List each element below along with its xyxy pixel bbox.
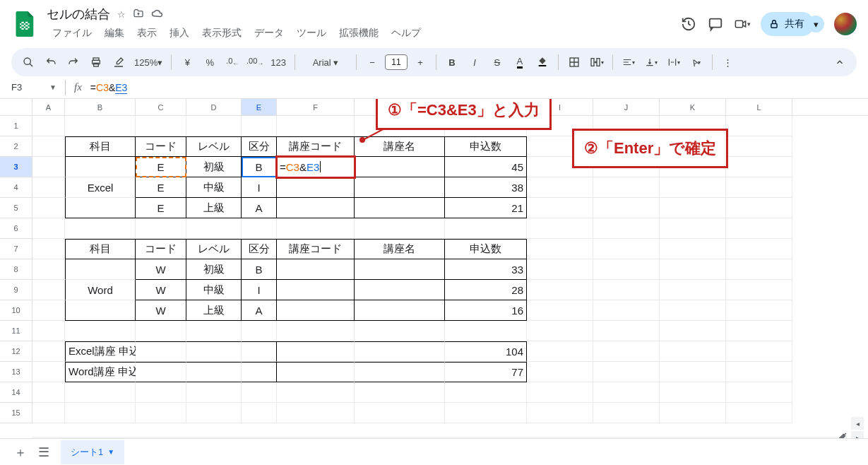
font-size-increase[interactable]: + [410, 52, 430, 72]
menu-データ[interactable]: データ [249, 24, 290, 42]
row-header-14[interactable]: 14 [0, 382, 32, 403]
rotate-button[interactable]: A▾ [686, 52, 706, 72]
cell-D2[interactable]: レベル [186, 136, 242, 157]
col-header-K[interactable]: K [660, 99, 726, 115]
cell-C12[interactable] [136, 341, 186, 362]
cell-E7[interactable]: 区分 [242, 239, 277, 259]
cell-L6[interactable] [726, 218, 792, 239]
cell-D1[interactable] [186, 116, 242, 136]
cell-J11[interactable] [593, 321, 660, 341]
h-align-button[interactable]: ▾ [619, 52, 638, 72]
cell-H9[interactable]: 28 [445, 280, 527, 300]
cell-F5[interactable] [277, 198, 355, 218]
cell-A9[interactable] [32, 280, 65, 300]
cell-F12[interactable] [277, 341, 355, 362]
cell-A10[interactable] [32, 300, 65, 321]
account-avatar[interactable] [834, 13, 857, 35]
wrap-button[interactable]: ▾ [664, 52, 684, 72]
print-icon[interactable] [86, 52, 106, 72]
cell-L9[interactable] [726, 280, 792, 300]
col-header-E[interactable]: E [242, 99, 277, 115]
strikethrough-button[interactable]: S [487, 52, 507, 72]
format-select[interactable]: 123 [268, 52, 289, 72]
move-icon[interactable] [133, 8, 144, 21]
cell-J4[interactable] [593, 177, 660, 198]
cell-B6[interactable] [65, 218, 136, 239]
cell-I12[interactable] [527, 341, 593, 362]
cell-L3[interactable] [726, 157, 792, 177]
font-size-input[interactable]: 11 [385, 54, 408, 70]
cell-A15[interactable] [32, 403, 65, 423]
cloud-icon[interactable] [151, 8, 164, 20]
cell-J14[interactable] [593, 382, 660, 403]
cell-K11[interactable] [660, 321, 726, 341]
cell-I6[interactable] [527, 218, 593, 239]
cell-B2[interactable]: 科目 [65, 136, 136, 157]
bold-button[interactable]: B [442, 52, 462, 72]
cell-L12[interactable] [726, 341, 792, 362]
cell-G14[interactable] [355, 382, 445, 403]
cell-F8[interactable] [277, 259, 355, 280]
row-header-13[interactable]: 13 [0, 362, 32, 382]
cell-J10[interactable] [593, 300, 660, 321]
cell-D4[interactable]: 中級 [186, 177, 242, 198]
cell-A7[interactable] [32, 239, 65, 259]
more-tools-icon[interactable]: ⋮ [718, 52, 738, 72]
cell-A8[interactable] [32, 259, 65, 280]
cell-C7[interactable]: コード [136, 239, 186, 259]
cell-H3[interactable]: 45 [445, 157, 527, 177]
cell-E4[interactable]: I [242, 177, 277, 198]
cell-K6[interactable] [660, 218, 726, 239]
cell-E1[interactable] [242, 116, 277, 136]
cell-G6[interactable] [355, 218, 445, 239]
cell-G9[interactable] [355, 280, 445, 300]
cell-L11[interactable] [726, 321, 792, 341]
cell-C1[interactable] [136, 116, 186, 136]
cell-G15[interactable] [355, 403, 445, 423]
cell-D5[interactable]: 上級 [186, 198, 242, 218]
row-header-9[interactable]: 9 [0, 280, 32, 300]
cell-D14[interactable] [186, 382, 242, 403]
cell-G10[interactable] [355, 300, 445, 321]
cell-H4[interactable]: 38 [445, 177, 527, 198]
cell-L7[interactable] [726, 239, 792, 259]
cell-A6[interactable] [32, 218, 65, 239]
cell-D13[interactable] [186, 362, 242, 382]
row-header-15[interactable]: 15 [0, 403, 32, 423]
cell-C4[interactable]: E [136, 177, 186, 198]
cell-L4[interactable] [726, 177, 792, 198]
cell-G12[interactable] [355, 341, 445, 362]
collapse-toolbar-icon[interactable] [830, 52, 850, 72]
cell-F10[interactable] [277, 300, 355, 321]
cell-I14[interactable] [527, 382, 593, 403]
cell-H2[interactable]: 申込数 [445, 136, 527, 157]
font-select[interactable]: Arial ▾ [301, 52, 350, 72]
cell-E14[interactable] [242, 382, 277, 403]
col-header-B[interactable]: B [65, 99, 136, 115]
cell-D12[interactable] [186, 341, 242, 362]
sheets-logo-icon[interactable] [11, 10, 40, 38]
cell-K13[interactable] [660, 362, 726, 382]
add-sheet-icon[interactable]: ＋ [14, 444, 27, 461]
sheet-tab[interactable]: シート1▼ [61, 440, 124, 464]
cell-G5[interactable] [355, 198, 445, 218]
cell-F7[interactable]: 講座コード [277, 239, 355, 259]
menu-ヘルプ[interactable]: ヘルプ [386, 24, 427, 42]
cell-E9[interactable]: I [242, 280, 277, 300]
cell-B3[interactable] [65, 157, 136, 177]
cell-I4[interactable] [527, 177, 593, 198]
cell-K14[interactable] [660, 382, 726, 403]
cell-A11[interactable] [32, 321, 65, 341]
cell-B9[interactable]: Word [65, 280, 136, 300]
cell-C9[interactable]: W [136, 280, 186, 300]
cell-F3[interactable]: =C3&E3 [277, 157, 355, 177]
menu-挿入[interactable]: 挿入 [164, 24, 195, 42]
menu-ファイル[interactable]: ファイル [47, 24, 97, 42]
cell-F15[interactable] [277, 403, 355, 423]
cell-I11[interactable] [527, 321, 593, 341]
cell-B11[interactable] [65, 321, 136, 341]
cell-B13[interactable]: Word講座 申込者数合計 [65, 362, 136, 382]
cell-A13[interactable] [32, 362, 65, 382]
redo-icon[interactable] [64, 52, 83, 72]
cell-B7[interactable]: 科目 [65, 239, 136, 259]
